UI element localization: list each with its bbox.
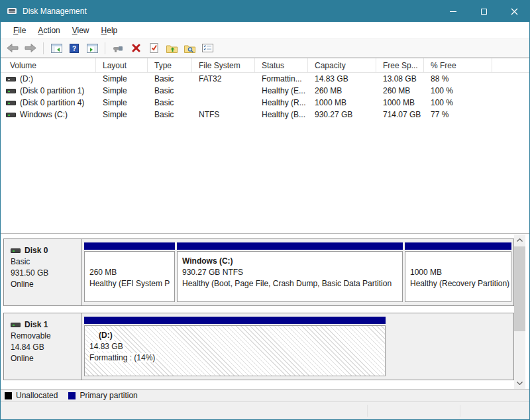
disk0-partitions: 260 MB Healthy (EFI System P Windows (C:…	[82, 239, 513, 305]
column-header-file-system[interactable]: File System	[192, 58, 255, 72]
folder-up-icon	[166, 44, 178, 53]
properties-button[interactable]	[199, 41, 215, 56]
pct-free-cell: 77 %	[424, 110, 492, 119]
drive-icon	[6, 77, 16, 81]
column-header-type[interactable]: Type	[148, 58, 192, 72]
folder-search-button[interactable]	[182, 41, 197, 56]
disk1-header-cell[interactable]: Disk 1 Removable 14.84 GB Online	[4, 313, 82, 380]
primary-partition-swatch	[68, 392, 76, 399]
back-icon	[7, 44, 19, 52]
partition-status: Healthy (EFI System P	[89, 278, 170, 289]
minimize-icon	[450, 11, 456, 12]
minimize-button[interactable]	[438, 1, 468, 22]
disk1-partitions: (D:) 14.83 GB Formatting : (14%)	[82, 313, 513, 380]
toolbar-separator	[105, 42, 105, 54]
free-space-cell: 13.08 GB	[376, 74, 424, 83]
volume-name: (Disk 0 partition 1)	[20, 86, 84, 95]
partition-status: Healthy (Recovery Partition)	[410, 278, 506, 289]
menu-file[interactable]: File	[7, 23, 32, 38]
legend-label-primary: Primary partition	[80, 391, 137, 400]
column-header-capacity[interactable]: Capacity	[308, 58, 376, 72]
partition-d-formatting[interactable]: (D:) 14.83 GB Formatting : (14%)	[84, 317, 386, 376]
disk-status: Online	[11, 354, 81, 363]
show-action-pane-button[interactable]	[84, 41, 100, 56]
capacity-cell: 14.83 GB	[308, 74, 376, 83]
partition-size: 14.83 GB	[89, 342, 125, 351]
close-icon	[511, 8, 518, 15]
show-console-tree-button[interactable]	[48, 41, 64, 56]
status-divider	[367, 405, 368, 417]
table-row[interactable]: (D:) Simple Basic FAT32 Formattin... 14.…	[1, 73, 529, 85]
legend-label-unallocated: Unallocated	[16, 391, 58, 400]
capacity-cell: 1000 MB	[308, 98, 376, 107]
column-header-pct-free[interactable]: % Free	[424, 58, 492, 72]
table-row[interactable]: Windows (C:) Simple Basic NTFS Healthy (…	[1, 109, 529, 121]
drive-icon	[6, 113, 16, 117]
delete-icon	[132, 44, 140, 52]
console-tree-icon	[51, 44, 62, 53]
pct-free-cell: 88 %	[424, 74, 492, 83]
toolbar-separator	[43, 42, 44, 54]
disk-row-disk1: Disk 1 Removable 14.84 GB Online (D:) 14…	[3, 313, 514, 380]
window-title: Disk Management	[23, 7, 87, 16]
column-header-status[interactable]: Status	[255, 58, 308, 72]
partition-name: (D:)	[99, 331, 114, 340]
disk-size: 14.84 GB	[11, 342, 81, 352]
back-button[interactable]	[5, 41, 21, 56]
menu-view[interactable]: View	[66, 23, 95, 38]
free-space-cell: 260 MB	[376, 86, 424, 95]
close-button[interactable]	[499, 1, 529, 22]
tool-button[interactable]	[110, 41, 126, 56]
layout-cell: Simple	[96, 110, 148, 119]
primary-partition-strip	[177, 242, 403, 250]
primary-partition-strip	[405, 242, 511, 250]
partition-recovery[interactable]: 1000 MB Healthy (Recovery Partition)	[405, 242, 511, 302]
free-space-cell: 1000 MB	[376, 98, 424, 107]
partition-efi-system[interactable]: 260 MB Healthy (EFI System P	[84, 242, 175, 302]
partition-name	[410, 256, 506, 267]
partition-size: 260 MB	[89, 267, 170, 278]
scroll-down-button[interactable]	[514, 378, 525, 389]
primary-partition-strip	[84, 317, 386, 324]
column-header-layout[interactable]: Layout	[96, 58, 148, 72]
column-header-free-space[interactable]: Free Sp...	[376, 58, 424, 72]
menu-help[interactable]: Help	[95, 23, 124, 38]
help-button[interactable]: ?	[66, 41, 82, 56]
partition-status: Healthy (Boot, Page File, Crash Dump, Ba…	[182, 278, 398, 289]
check-document-button[interactable]	[146, 41, 162, 56]
disk-name: Disk 1	[25, 320, 48, 329]
help-icon: ?	[70, 44, 79, 53]
partition-name	[89, 256, 170, 267]
vertical-scrollbar[interactable]	[514, 235, 525, 389]
disk-status: Online	[11, 280, 81, 289]
drive-icon	[6, 101, 16, 105]
forward-button[interactable]	[23, 41, 38, 56]
scroll-up-button[interactable]	[514, 235, 525, 246]
folder-up-button[interactable]	[164, 41, 180, 56]
column-header-volume[interactable]: Volume	[1, 58, 96, 72]
type-cell: Basic	[148, 74, 192, 83]
chevron-up-icon	[517, 238, 523, 242]
properties-icon	[202, 44, 213, 52]
status-cell: Healthy (R...	[255, 98, 308, 107]
table-row[interactable]: (Disk 0 partition 1) Simple Basic Health…	[1, 85, 529, 97]
delete-volume-button[interactable]	[128, 41, 144, 56]
forward-icon	[25, 44, 36, 52]
type-cell: Basic	[148, 110, 192, 119]
partition-windows-c[interactable]: Windows (C:) 930.27 GB NTFS Healthy (Boo…	[177, 242, 403, 302]
maximize-button[interactable]	[468, 1, 499, 22]
volume-name: Windows (C:)	[20, 110, 68, 119]
scrollbar-thumb[interactable]	[514, 246, 525, 331]
menu-action[interactable]: Action	[32, 23, 66, 38]
partition-name: Windows (C:)	[182, 256, 398, 267]
disk0-header-cell[interactable]: Disk 0 Basic 931.50 GB Online	[4, 239, 82, 305]
capacity-cell: 930.27 GB	[308, 110, 376, 119]
table-row[interactable]: (Disk 0 partition 4) Simple Basic Health…	[1, 97, 529, 109]
disk-type: Removable	[11, 331, 81, 341]
disk-icon	[11, 248, 21, 253]
menu-bar: File Action View Help	[1, 22, 529, 39]
toolbar: ?	[1, 39, 529, 58]
column-header-empty	[492, 58, 529, 72]
disk-size: 931.50 GB	[11, 268, 81, 278]
maximize-icon	[481, 9, 487, 15]
